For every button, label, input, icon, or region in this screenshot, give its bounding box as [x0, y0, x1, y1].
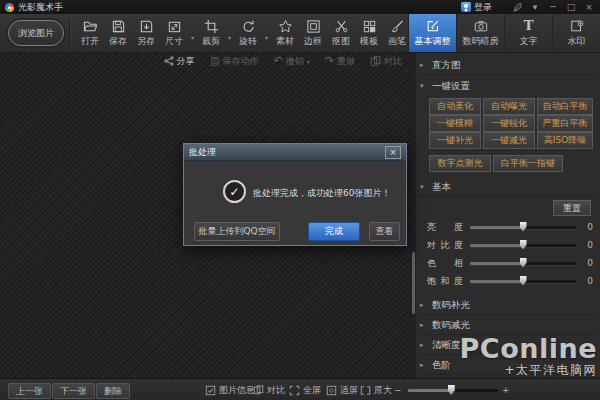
fullscreen-button[interactable]: 全屏	[289, 379, 321, 400]
onekey-sharpen-button[interactable]: 一键锐化	[483, 115, 535, 132]
brightness-slider-row: 亮度 0	[427, 220, 593, 234]
upload-qzone-button[interactable]: 批量上传到QQ空间	[194, 222, 280, 241]
toolbar-separator	[69, 19, 71, 47]
brightness-slider[interactable]	[470, 226, 576, 229]
browse-images-button[interactable]: 浏览图片	[8, 20, 64, 46]
resize-button[interactable]: 尺寸	[160, 17, 188, 50]
fit-screen-icon	[326, 385, 337, 396]
contrast-slider[interactable]	[470, 244, 576, 247]
login-button[interactable]: 登录	[461, 0, 492, 14]
hue-slider[interactable]	[470, 262, 576, 265]
original-size-icon	[360, 385, 371, 396]
saturation-slider-row: 饱和度 0	[427, 274, 593, 288]
compare-toggle[interactable]: 对比	[253, 379, 285, 400]
window-controls: ▾ ─ □ ×	[508, 0, 598, 14]
brush-button[interactable]: 画笔	[383, 17, 411, 50]
template-button[interactable]: 模板	[355, 17, 383, 50]
white-balance-picker-button[interactable]: 白平衡一指键	[493, 155, 563, 172]
section-label: 数码减光	[432, 319, 470, 332]
zoom-out-button[interactable]: −	[394, 379, 402, 400]
tab-basic-adjust[interactable]: 基本调整	[408, 14, 456, 52]
scrollbar-thumb[interactable]	[412, 252, 415, 314]
save-as-button[interactable]: 另存	[132, 17, 160, 50]
zoom-in-button[interactable]: +	[502, 379, 510, 400]
slider-handle[interactable]	[520, 258, 527, 268]
crop-dropdown-icon[interactable]: ▾	[225, 17, 234, 50]
section-digital-fill-light[interactable]: ▸ 数码补光	[420, 296, 598, 315]
section-histogram[interactable]: ▸ 直方图	[420, 56, 598, 75]
fit-screen-button[interactable]: 适屏	[326, 379, 358, 400]
cutout-button[interactable]: 抠图	[327, 17, 355, 50]
dialog-close-icon[interactable]: ×	[385, 146, 401, 159]
done-button[interactable]: 完成	[308, 222, 360, 241]
border-button[interactable]: 边框	[299, 17, 327, 50]
crop-button[interactable]: 裁剪	[197, 17, 225, 50]
high-iso-denoise-button[interactable]: 高ISO降噪	[537, 132, 593, 149]
resize-dropdown-icon[interactable]: ▾	[188, 17, 197, 50]
section-digital-reduce-light[interactable]: ▸ 数码减光	[420, 316, 598, 335]
tool-label: 抠图	[332, 35, 350, 48]
tool-label: 打开	[81, 35, 99, 48]
share-label: 分享	[177, 55, 195, 68]
open-button[interactable]: 打开	[76, 17, 104, 50]
auto-white-balance-button[interactable]: 自动白平衡	[537, 98, 593, 115]
dialog-title-bar[interactable]: 批处理 ×	[184, 144, 406, 161]
view-button[interactable]: 查看	[369, 222, 400, 241]
redo-button[interactable]: ↷ 重做	[325, 55, 355, 68]
saturation-slider[interactable]	[470, 280, 576, 283]
tool-label: 保存	[109, 35, 127, 48]
compare-pages-icon	[370, 55, 381, 67]
section-label: 色阶	[432, 359, 451, 372]
save-action-button[interactable]: 保存动作	[210, 55, 259, 68]
main-menu-arrow-icon[interactable]: ▾	[526, 0, 544, 14]
image-info-toggle[interactable]: 图片信息	[205, 379, 255, 400]
rotate-button[interactable]: 旋转	[234, 17, 262, 50]
slider-handle[interactable]	[520, 240, 527, 250]
auto-beautify-button[interactable]: 自动美化	[429, 98, 481, 115]
batch-process-dialog: 批处理 × ✓ 批处理完成，成功处理60张图片！ 批量上传到QQ空间 完成 查看	[183, 143, 407, 246]
section-basic[interactable]: ▾ 基本	[420, 178, 598, 197]
zoom-slider[interactable]	[408, 389, 498, 392]
section-onekey[interactable]: ▾ 一键设置	[420, 77, 598, 95]
original-size-button[interactable]: 原大	[360, 379, 392, 400]
rotate-dropdown-icon[interactable]: ▾	[262, 17, 271, 50]
delete-image-button[interactable]: 删除	[96, 383, 130, 399]
fit-screen-label: 适屏	[340, 384, 358, 397]
slider-label: 色相	[427, 257, 463, 270]
share-button[interactable]: 分享	[164, 55, 195, 68]
undo-dropdown-icon[interactable]: ▾	[307, 58, 310, 65]
save-button[interactable]: 保存	[104, 17, 132, 50]
compare-button[interactable]: 对比	[370, 55, 402, 68]
material-button[interactable]: 素材	[271, 17, 299, 50]
tab-label: 数码暗房	[463, 35, 499, 48]
maximize-button[interactable]: □	[562, 0, 580, 14]
tab-digital-darkroom[interactable]: 数码暗房	[456, 14, 504, 52]
slider-handle[interactable]	[520, 222, 527, 232]
severe-white-balance-button[interactable]: 严重白平衡	[537, 115, 593, 132]
material-star-icon	[278, 19, 293, 34]
camera-icon	[474, 19, 488, 33]
skin-feather-icon[interactable]	[508, 2, 526, 13]
next-image-button[interactable]: 下一张	[52, 383, 95, 399]
spot-metering-button[interactable]: 数字点测光	[429, 155, 491, 172]
prev-image-button[interactable]: 上一张	[8, 383, 51, 399]
section-clarity[interactable]: ▸ 清晰度	[420, 336, 598, 355]
dialog-body: ✓ 批处理完成，成功处理60张图片！ 批量上传到QQ空间 完成 查看	[184, 161, 406, 245]
onekey-blur-button[interactable]: 一键模糊	[429, 115, 481, 132]
tab-text[interactable]: T 文字	[504, 14, 552, 52]
auto-exposure-button[interactable]: 自动曝光	[483, 98, 535, 115]
slider-label: 亮度	[427, 221, 463, 234]
slider-handle[interactable]	[520, 276, 527, 286]
panel-scrollbar[interactable]	[411, 52, 416, 378]
undo-button[interactable]: ↶ 撤销 ▾	[274, 55, 310, 68]
close-button[interactable]: ×	[580, 0, 598, 14]
reset-button[interactable]: 重置	[553, 200, 591, 216]
collapse-arrow-icon: ▸	[420, 341, 427, 349]
minimize-button[interactable]: ─	[544, 0, 562, 14]
zoom-slider-handle[interactable]	[448, 385, 455, 395]
onekey-reduce-light-button[interactable]: 一键减光	[483, 132, 535, 149]
section-levels[interactable]: ▸ 色阶	[420, 356, 598, 375]
tab-watermark[interactable]: 水印	[552, 14, 600, 52]
onekey-fill-light-button[interactable]: 一键补光	[429, 132, 481, 149]
original-size-label: 原大	[374, 384, 392, 397]
